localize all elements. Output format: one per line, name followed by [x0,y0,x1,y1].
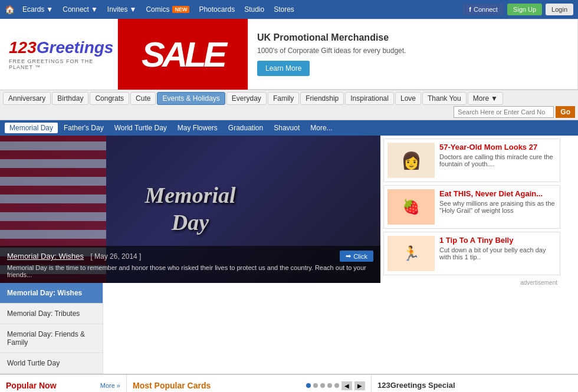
tab-love[interactable]: Love [395,92,421,105]
carousel-dot-5[interactable] [334,383,339,388]
ad-item-3: 🏃 1 Tip To A Tiny Belly Cut down a bit o… [383,232,560,275]
subnav-may[interactable]: May Flowers [173,123,222,133]
search-input[interactable] [454,106,554,118]
sidebar-friends[interactable]: Memorial Day: Friends & Family [0,324,103,353]
carousel-dot-1[interactable] [306,383,311,388]
logo-area: 123Greetings FREE GREETINGS FOR THE PLAN… [0,19,118,90]
carousel-dot-3[interactable] [320,383,325,388]
nav-ecards[interactable]: Ecards ▼ [18,5,58,14]
ad-desc-2: See why millions are praising this as th… [439,200,556,214]
banner-learn-more-button[interactable]: Learn More [257,61,310,76]
nav-home-icon[interactable]: 🏠 [5,5,15,14]
ad-desc-1: Doctors are calling this miracle cure th… [439,153,556,167]
sale-text: SALE [142,34,224,75]
popular-cards-section: Most Popular Cards ◀ ▶ HappyMemorialDay … [127,375,372,392]
banner-ad-desc: 1000's of Corporate Gift ideas for every… [257,47,569,55]
tab-congrats[interactable]: Congrats [90,92,129,105]
ad-image-2: 🍓 [387,189,435,225]
subnav-graduation[interactable]: Graduation [224,123,268,133]
ad-desc-3: Cut down a bit of your belly each day wi… [439,246,556,261]
logo-greetings: Greetings [37,38,114,57]
tab-everyday[interactable]: Everyday [226,92,267,105]
popular-now-header: Popular Now More » [6,381,120,390]
category-tabs: Anniversary Birthday Congrats Cute Event… [0,90,578,120]
tab-friendship[interactable]: Friendship [300,92,344,105]
cards-header: Most Popular Cards ◀ ▶ [133,381,365,390]
ad-content-2: Eat THIS, Never Diet Again... See why mi… [439,189,556,225]
subnav-more[interactable]: More... [306,123,337,133]
subnav-fathers[interactable]: Father's Day [59,123,109,133]
sidebar-turtle[interactable]: World Turtle Day [0,353,103,374]
ad-item-2: 🍓 Eat THIS, Never Diet Again... See why … [383,185,560,229]
ad-title-1[interactable]: 57-Year-Old Mom Looks 27 [439,143,556,151]
top-nav-right: f Connect Sign Up Login [463,4,573,15]
sub-navigation: Memorial Day Father's Day World Turtle D… [0,120,578,136]
featured-click-button[interactable]: ➡ Click [340,251,373,262]
tab-family[interactable]: Family [268,92,299,105]
banner-area: SALE UK Promotional Merchandise 1000's o… [118,19,578,90]
nav-stores[interactable]: Stores [269,5,299,14]
ad-title-3[interactable]: 1 Tip To A Tiny Belly [439,236,556,245]
nav-invites[interactable]: Invites ▼ [103,5,142,14]
tab-more[interactable]: More ▼ [468,92,503,105]
ad-image-1: 👩 [387,143,435,178]
ad-image-3: 🏃 [387,236,435,271]
ad-footer: advertisement [383,278,560,287]
memorial-day-text: MemorialDay [144,182,235,236]
carousel-dot-2[interactable] [313,383,318,388]
ad-title-2[interactable]: Eat THIS, Never Diet Again... [439,189,556,198]
special-title: 123Greetings Special [377,381,557,390]
subnav-shavuot[interactable]: Shavuot [269,123,304,133]
comics-badge: NEW [172,6,189,13]
logo[interactable]: 123Greetings [9,38,109,57]
subnav-memorial[interactable]: Memorial Day [5,123,58,133]
cards-title: Most Popular Cards [133,381,211,390]
featured-sidebar: Memorial Day: Wishes Memorial Day: Tribu… [0,283,103,374]
tab-inspirational[interactable]: Inspirational [345,92,394,105]
tab-anniversary[interactable]: Anniversary [3,92,51,105]
subnav-turtle[interactable]: World Turtle Day [110,123,172,133]
search-area: Go [454,106,575,118]
logo-banner-area: 123Greetings FREE GREETINGS FOR THE PLAN… [0,19,578,90]
featured-description: Memorial Day is the time to remember and… [7,264,373,278]
bottom-sections: Popular Now More » 1. Happy Birthday 2. … [0,374,578,392]
nav-photocards[interactable]: Photocards [194,5,239,14]
special-section: 123Greetings Special 🎂 Birthday ecards 🎁… [372,375,563,392]
featured-overlay: Memorial Day: Wishes [ May 26, 2014 ] ➡ … [0,246,380,283]
login-button[interactable]: Login [546,4,573,15]
search-button[interactable]: Go [556,106,575,118]
ad-sidebar: 👩 57-Year-Old Mom Looks 27 Doctors are c… [380,136,563,374]
nav-connect[interactable]: Connect ▼ [58,5,103,14]
tab-cute[interactable]: Cute [130,92,156,105]
signup-button[interactable]: Sign Up [507,4,542,15]
sidebar-wishes[interactable]: Memorial Day: Wishes [0,283,103,304]
popular-now-section: Popular Now More » 1. Happy Birthday 2. … [0,375,127,392]
tab-thankyou[interactable]: Thank You [422,92,467,105]
popular-now-more[interactable]: More » [100,382,120,389]
cards-navigation: ◀ ▶ [306,381,365,390]
featured-section: MemorialDay Memorial Day: Wishes [ May 2… [0,136,380,374]
nav-comics[interactable]: Comics NEW [141,5,194,14]
banner-ad-title: UK Promotional Merchandise [257,32,569,43]
main-content: MemorialDay Memorial Day: Wishes [ May 2… [0,136,578,374]
featured-title[interactable]: Memorial Day: Wishes [7,252,84,261]
banner-sale: SALE [118,19,248,90]
carousel-dot-4[interactable] [327,383,332,388]
featured-date: [ May 26, 2014 ] [90,252,141,261]
popular-now-title: Popular Now [6,381,57,390]
logo-123: 123 [9,38,37,57]
featured-image: MemorialDay Memorial Day: Wishes [ May 2… [0,136,380,283]
featured-right: Memorial Day: Wishes Memorial Day: Tribu… [0,283,380,374]
banner-ad[interactable]: UK Promotional Merchandise 1000's of Cor… [248,19,578,90]
carousel-prev[interactable]: ◀ [341,381,352,390]
nav-studio[interactable]: Studio [239,5,269,14]
tab-events-holidays[interactable]: Events & Holidays [157,92,225,105]
facebook-connect-button[interactable]: f Connect [463,4,504,15]
ad-content-3: 1 Tip To A Tiny Belly Cut down a bit of … [439,236,556,271]
tab-birthday[interactable]: Birthday [52,92,88,105]
ad-item-1: 👩 57-Year-Old Mom Looks 27 Doctors are c… [383,139,560,182]
carousel-next[interactable]: ▶ [354,381,365,390]
top-navigation: 🏠 Ecards ▼ Connect ▼ Invites ▼ Comics NE… [0,0,578,19]
ad-content-1: 57-Year-Old Mom Looks 27 Doctors are cal… [439,143,556,178]
sidebar-tributes[interactable]: Memorial Day: Tributes [0,304,103,324]
